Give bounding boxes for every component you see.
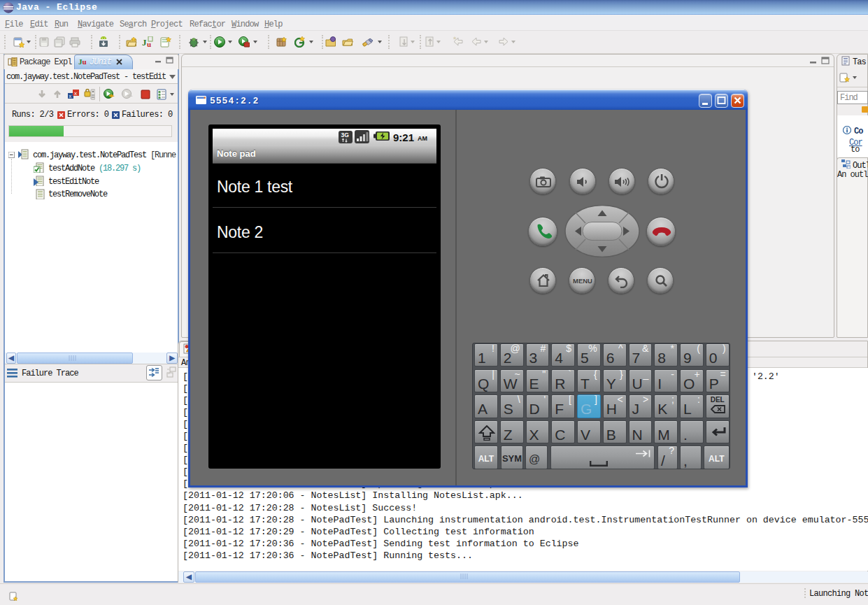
svg-text:x: x	[74, 90, 77, 97]
svg-text:J: J	[142, 37, 147, 48]
svg-text:x: x	[69, 94, 72, 99]
svg-text:3G: 3G	[341, 131, 350, 138]
